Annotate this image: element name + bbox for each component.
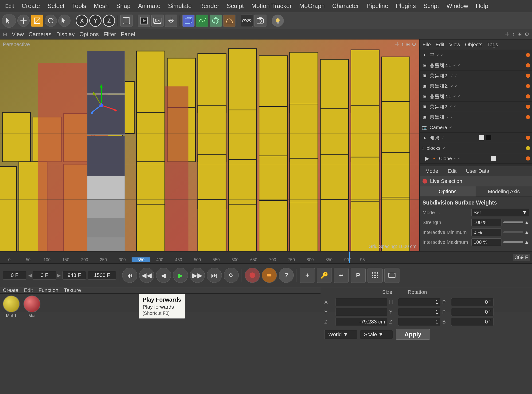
menu-simulate[interactable]: Simulate	[165, 1, 195, 10]
interactive-min-slider-container[interactable]: ▲	[503, 229, 529, 235]
mode-dropdown[interactable]: Set ▼	[471, 209, 529, 216]
menu-window[interactable]: Window	[443, 1, 471, 10]
world-dropdown[interactable]: World ▼	[324, 330, 357, 339]
list-item[interactable]: ▲ 배경 ✓	[420, 133, 532, 143]
list-item[interactable]: ■ Cube ✓ ✓	[420, 164, 532, 166]
mat-texture-btn[interactable]: Texture	[64, 287, 81, 293]
menu-mograph[interactable]: MoGraph	[296, 1, 328, 10]
interactive-min-slider[interactable]	[503, 231, 523, 233]
view-settings-icon[interactable]: ⚙	[524, 31, 529, 37]
view-menu-panel[interactable]: Panel	[121, 31, 135, 38]
view-menu-view[interactable]: View	[12, 31, 24, 38]
x-rot-field[interactable]	[451, 298, 493, 306]
create-spline-btn[interactable]	[196, 15, 208, 27]
rotate-tool-btn[interactable]	[45, 15, 57, 27]
auto-snap-btn[interactable]: ↩	[334, 268, 349, 283]
render-film-btn[interactable]	[384, 268, 399, 283]
live-selection-btn[interactable]	[58, 15, 71, 27]
menu-render[interactable]: Render	[196, 1, 223, 10]
list-item[interactable]: ▶ ✶ Clone ✓ ✓	[420, 153, 532, 164]
material-item-2[interactable]: Mat	[24, 296, 41, 318]
interactive-max-slider[interactable]	[503, 241, 523, 243]
menu-edit[interactable]: Edit	[2, 2, 17, 10]
menu-character[interactable]: Character	[329, 1, 362, 10]
menu-help[interactable]: Help	[473, 1, 491, 10]
view-move-icon[interactable]: ✛	[505, 31, 509, 37]
view-max-icon[interactable]: ⊞	[517, 31, 522, 37]
viewport-move-icon[interactable]: ✛	[395, 41, 399, 47]
view-menu-display[interactable]: Display	[56, 31, 75, 38]
min-stepper-up[interactable]: ▲	[524, 229, 529, 235]
tab-options[interactable]: Options	[420, 187, 476, 197]
render-settings-btn[interactable]	[165, 15, 177, 27]
list-item[interactable]: ● 구 ✓ ✓	[420, 50, 532, 60]
reset-transform-btn[interactable]	[120, 15, 133, 27]
y-pos-field[interactable]	[336, 308, 387, 316]
strength-slider[interactable]	[503, 222, 523, 223]
strength-value[interactable]: 100 %	[471, 219, 501, 226]
axis-y-btn[interactable]: Y	[89, 15, 102, 27]
interactive-max-slider-container[interactable]: ▲	[503, 239, 529, 245]
strength-slider-container[interactable]: ▲	[503, 220, 529, 225]
menu-sculpt[interactable]: Sculpt	[224, 1, 247, 10]
timeline-ruler[interactable]: 0 50 100 150 200 250 300 350 400 450 500…	[0, 251, 532, 263]
viewport-settings-icon2[interactable]: ⚙	[412, 41, 416, 47]
view-menu-filter[interactable]: Filter	[103, 31, 116, 38]
z-pos-field[interactable]	[336, 318, 387, 326]
grid-dots-btn[interactable]	[368, 268, 383, 283]
axis-x-btn[interactable]: X	[76, 15, 88, 27]
viewport-fullscreen-icon[interactable]: ⊞	[406, 41, 410, 47]
strength-stepper-up[interactable]: ▲	[524, 220, 529, 225]
list-item[interactable]: ▣ 충돌체2. ✓ ✓	[420, 71, 532, 81]
list-item[interactable]: ▣ 충돌체2 ✓ ✓	[420, 102, 532, 112]
menu-script[interactable]: Script	[420, 1, 442, 10]
menu-select[interactable]: Select	[44, 1, 68, 10]
interactive-max-value[interactable]: 100 %	[471, 238, 501, 246]
obj-mgr-edit[interactable]: Edit	[435, 41, 444, 48]
snap-btn[interactable]: +	[300, 268, 315, 283]
total-frame-field[interactable]	[88, 271, 116, 280]
list-item[interactable]: ▣ 충돌체 ✓ ✓	[420, 112, 532, 122]
list-item[interactable]: ⊞ blocks ✓	[420, 143, 532, 153]
z-size-field[interactable]	[398, 318, 440, 326]
list-item[interactable]: 📷 Camera ✓	[420, 122, 532, 133]
step-forward-btn[interactable]: ▶▶	[190, 268, 205, 283]
render-to-picture-btn[interactable]	[151, 15, 164, 27]
end-frame-field[interactable]	[62, 271, 86, 280]
viewport[interactable]: Perspective Grid Spacing: 1000 cm ✛ ↕ ⊞ …	[0, 40, 419, 251]
go-to-start-btn[interactable]: ⏮	[122, 268, 137, 283]
tab-modeling-axis[interactable]: Modeling Axis	[476, 187, 532, 197]
obj-mgr-objects[interactable]: Objects	[465, 41, 483, 48]
obj-mgr-view[interactable]: View	[449, 41, 460, 48]
play-backward-btn[interactable]: ◀	[156, 268, 171, 283]
interactive-min-value[interactable]: 0 %	[471, 228, 501, 236]
mat-create-btn[interactable]: Create	[3, 287, 18, 293]
timeline-playhead[interactable]	[349, 252, 350, 263]
record-btn[interactable]	[245, 268, 260, 283]
view-menu-options[interactable]: Options	[79, 31, 99, 38]
menu-create[interactable]: Create	[18, 1, 43, 10]
menu-motion-tracker[interactable]: Motion Tracker	[248, 1, 295, 10]
edit-btn[interactable]: Edit	[445, 167, 459, 175]
material-item-1[interactable]: Mat.1	[3, 296, 20, 318]
obj-mgr-file[interactable]: File	[423, 41, 431, 48]
menu-plugins[interactable]: Plugins	[392, 1, 419, 10]
move-tool-btn[interactable]	[17, 15, 30, 27]
play-forward-btn[interactable]: ▶	[173, 268, 188, 283]
obj-mgr-tags[interactable]: Tags	[487, 41, 498, 48]
axis-z-btn[interactable]: Z	[103, 15, 115, 27]
z-rot-field[interactable]	[451, 318, 493, 326]
menu-tools[interactable]: Tools	[69, 1, 90, 10]
scale-dropdown[interactable]: Scale ▼	[360, 330, 393, 339]
create-cube-btn[interactable]	[182, 15, 194, 27]
scale-tool-btn[interactable]	[31, 15, 43, 27]
mode-btn[interactable]: Mode	[423, 167, 441, 175]
menu-snap[interactable]: Snap	[113, 1, 134, 10]
auto-key-btn[interactable]	[262, 268, 277, 283]
camera-btn[interactable]	[254, 15, 266, 27]
apply-button[interactable]: Apply	[396, 329, 430, 340]
x-pos-field[interactable]	[336, 298, 387, 306]
go-to-end-btn[interactable]: ⏭	[207, 268, 222, 283]
view-zoom-icon[interactable]: ↕	[512, 31, 515, 37]
mat-function-btn[interactable]: Function	[39, 287, 58, 293]
